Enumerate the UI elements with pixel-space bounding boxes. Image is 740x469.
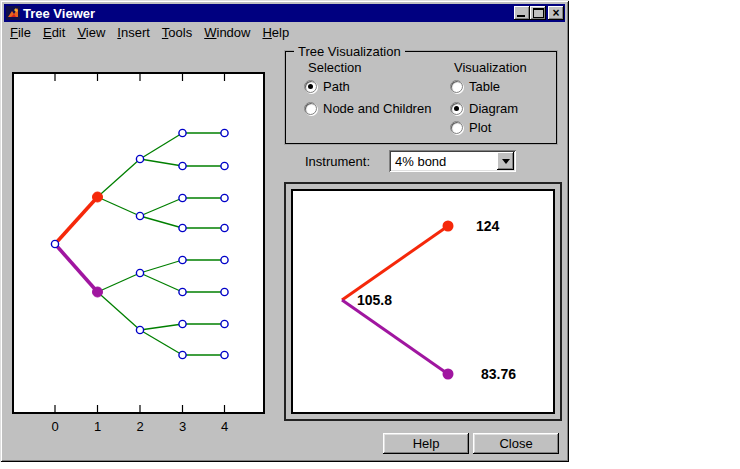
x-tick-label-2: 2 <box>129 419 151 434</box>
x-tick-label-1: 1 <box>87 419 109 434</box>
chevron-down-icon <box>502 159 510 164</box>
title-bar[interactable]: Tree Viewer × <box>4 4 565 22</box>
menu-item-edit[interactable]: Edit <box>37 23 71 43</box>
tree-node-n3b[interactable] <box>179 162 186 169</box>
menu-accelerator: I <box>117 25 121 40</box>
radio-indicator-plot[interactable] <box>450 121 463 134</box>
path-node-1[interactable] <box>443 221 454 232</box>
visualization-label: Visualization <box>454 60 527 75</box>
path-node-label-0: 105.8 <box>357 292 392 308</box>
x-tick-label-0: 0 <box>44 419 66 434</box>
screen: Tree Viewer × FileEditViewInsertToolsWin… <box>0 0 740 469</box>
help-button[interactable]: Help <box>383 433 469 454</box>
radio-plot[interactable]: Plot <box>450 120 491 135</box>
matlab-logo-icon <box>6 6 20 20</box>
menu-accelerator: W <box>204 25 216 40</box>
x-tick-label-3: 3 <box>172 419 194 434</box>
menu-accelerator: F <box>10 25 18 40</box>
path-node-2[interactable] <box>443 369 454 380</box>
tree-node-n4d[interactable] <box>221 224 228 231</box>
window-title: Tree Viewer <box>23 6 95 21</box>
instrument-dropdown-arrow-button[interactable] <box>497 152 514 170</box>
menu-bar: FileEditViewInsertToolsWindowHelp <box>6 23 563 43</box>
menu-accelerator: T <box>162 25 169 40</box>
radio-indicator-diagram[interactable] <box>450 102 463 115</box>
tree-node-n3d[interactable] <box>179 224 186 231</box>
tree-viewer-window: Tree Viewer × FileEditViewInsertToolsWin… <box>0 0 569 462</box>
tree-axes-panel <box>12 72 265 414</box>
radio-label-plot: Plot <box>469 120 491 135</box>
tree-node-n2c[interactable] <box>136 269 143 276</box>
groupbox-title: Tree Visualization <box>294 44 405 59</box>
instrument-dropdown[interactable]: 4% bond <box>389 150 516 172</box>
path-diagram: 105.812483.76 <box>293 191 549 408</box>
menu-item-help[interactable]: Help <box>256 23 295 43</box>
tree-plot <box>12 72 265 414</box>
menu-accelerator: E <box>43 25 52 40</box>
tree-node-n3g[interactable] <box>179 320 186 327</box>
menu-item-file[interactable]: File <box>6 23 37 43</box>
tree-node-n4c[interactable] <box>221 194 228 201</box>
tree-node-n0[interactable] <box>51 240 58 247</box>
tree-node-n4e[interactable] <box>221 256 228 263</box>
tree-node-n2b[interactable] <box>136 212 143 219</box>
path-diagram-panel: 105.812483.76 <box>284 182 562 421</box>
tree-node-n4b[interactable] <box>221 162 228 169</box>
menu-item-window[interactable]: Window <box>198 23 256 43</box>
tree-node-n4f[interactable] <box>221 288 228 295</box>
tree-node-n2a[interactable] <box>136 155 143 162</box>
window-controls: × <box>514 6 565 20</box>
axes-box <box>13 73 264 413</box>
tree-node-n2d[interactable] <box>136 326 143 333</box>
tree-node-n4g[interactable] <box>221 320 228 327</box>
x-axis-tick-labels: 01234 <box>0 419 280 433</box>
maximize-icon <box>533 8 544 18</box>
radio-table[interactable]: Table <box>450 79 500 94</box>
radio-indicator-table[interactable] <box>450 80 463 93</box>
path-node-label-2: 83.76 <box>481 366 516 382</box>
maximize-button[interactable] <box>530 6 546 20</box>
tree-node-n3h[interactable] <box>179 351 186 358</box>
tree-node-n4a[interactable] <box>221 129 228 136</box>
path-diagram-canvas: 105.812483.76 <box>291 189 555 414</box>
menu-accelerator: V <box>77 25 85 40</box>
path-edge <box>342 226 448 300</box>
radio-indicator-node-and-children[interactable] <box>304 102 317 115</box>
tree-node-n1u[interactable] <box>93 192 103 202</box>
close-button[interactable]: × <box>548 6 564 20</box>
path-node-label-1: 124 <box>476 218 500 234</box>
x-tick-label-4: 4 <box>214 419 236 434</box>
tree-node-n3a[interactable] <box>179 129 186 136</box>
radio-label-path: Path <box>323 79 350 94</box>
tree-node-n4h[interactable] <box>221 351 228 358</box>
tree-node-n3f[interactable] <box>179 288 186 295</box>
radio-label-diagram: Diagram <box>469 101 518 116</box>
radio-path[interactable]: Path <box>304 79 350 94</box>
radio-indicator-path[interactable] <box>304 80 317 93</box>
instrument-label: Instrument: <box>305 154 370 169</box>
tree-node-n1d[interactable] <box>93 287 103 297</box>
close-icon: × <box>552 7 559 19</box>
tree-node-n3c[interactable] <box>179 194 186 201</box>
menu-item-insert[interactable]: Insert <box>111 23 156 43</box>
instrument-dropdown-value: 4% bond <box>395 154 446 169</box>
tree-visualization-groupbox: Tree Visualization Selection Visualizati… <box>285 51 557 144</box>
radio-node-and-children[interactable]: Node and Children <box>304 101 431 116</box>
path-edge <box>342 300 448 374</box>
menu-item-view[interactable]: View <box>71 23 111 43</box>
minimize-icon <box>517 15 525 17</box>
radio-label-table: Table <box>469 79 500 94</box>
menu-accelerator: H <box>262 25 271 40</box>
minimize-button[interactable] <box>514 6 530 20</box>
tree-node-n3e[interactable] <box>179 256 186 263</box>
selection-label: Selection <box>308 60 361 75</box>
radio-diagram[interactable]: Diagram <box>450 101 518 116</box>
menu-item-tools[interactable]: Tools <box>156 23 198 43</box>
close-dialog-button[interactable]: Close <box>473 433 559 454</box>
radio-label-node-and-children: Node and Children <box>323 101 431 116</box>
